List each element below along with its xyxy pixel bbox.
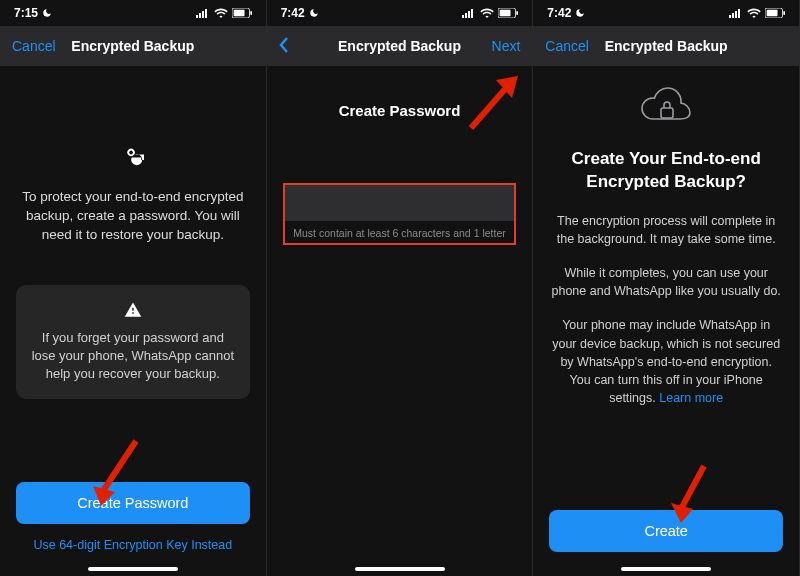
moon-icon xyxy=(575,8,585,18)
key-icon xyxy=(16,146,250,168)
clock-time: 7:42 xyxy=(547,6,571,20)
intro-text: To protect your end-to-end encrypted bac… xyxy=(16,188,250,245)
svg-rect-0 xyxy=(196,15,198,18)
svg-rect-2 xyxy=(202,11,204,18)
svg-rect-19 xyxy=(767,10,778,17)
svg-rect-1 xyxy=(199,13,201,18)
home-indicator[interactable] xyxy=(355,567,445,571)
para-2: While it completes, you can use your pho… xyxy=(549,264,783,300)
screen-1: 7:15 Cancel Encrypted Backup To protect … xyxy=(0,0,267,576)
moon-icon xyxy=(42,8,52,18)
page-heading: Create Password xyxy=(283,102,517,119)
svg-rect-20 xyxy=(783,11,785,15)
svg-rect-17 xyxy=(738,9,740,18)
svg-rect-21 xyxy=(661,108,673,118)
nav-bar: Encrypted Backup Next xyxy=(267,26,533,66)
svg-rect-8 xyxy=(465,13,467,18)
svg-rect-9 xyxy=(468,11,470,18)
battery-icon xyxy=(232,8,252,18)
svg-rect-6 xyxy=(250,11,252,15)
svg-rect-5 xyxy=(233,10,244,17)
home-indicator[interactable] xyxy=(621,567,711,571)
learn-more-link[interactable]: Learn more xyxy=(659,391,723,405)
warning-icon xyxy=(30,301,236,319)
cloud-lock-icon xyxy=(549,86,783,128)
nav-bar: Cancel Encrypted Backup xyxy=(0,26,266,66)
cancel-button[interactable]: Cancel xyxy=(545,38,589,54)
svg-rect-7 xyxy=(462,15,464,18)
para-3: Your phone may include WhatsApp in your … xyxy=(549,316,783,407)
svg-rect-13 xyxy=(517,11,519,15)
clock-time: 7:42 xyxy=(281,6,305,20)
screen-3: 7:42 Cancel Encrypted Backup Create Your… xyxy=(533,0,800,576)
back-button[interactable] xyxy=(279,37,323,56)
para-1: The encryption process will complete in … xyxy=(549,212,783,248)
wifi-icon xyxy=(747,8,761,18)
signal-icon xyxy=(196,8,210,18)
moon-icon xyxy=(309,8,319,18)
svg-rect-12 xyxy=(500,10,511,17)
signal-icon xyxy=(462,8,476,18)
wifi-icon xyxy=(480,8,494,18)
clock-time: 7:15 xyxy=(14,6,38,20)
battery-icon xyxy=(498,8,518,18)
status-bar: 7:42 xyxy=(267,0,533,26)
screen-2: 7:42 Encrypted Backup Next Create Passwo… xyxy=(267,0,534,576)
svg-rect-3 xyxy=(205,9,207,18)
svg-rect-10 xyxy=(471,9,473,18)
page-heading: Create Your End-to-end Encrypted Backup? xyxy=(549,148,783,194)
warning-box: If you forget your password and lose you… xyxy=(16,285,250,400)
svg-rect-14 xyxy=(729,15,731,18)
create-password-button[interactable]: Create Password xyxy=(16,482,250,524)
password-field-highlight: Must contain at least 6 characters and 1… xyxy=(283,183,517,245)
cancel-button[interactable]: Cancel xyxy=(12,38,56,54)
wifi-icon xyxy=(214,8,228,18)
helper-text: Must contain at least 6 characters and 1… xyxy=(285,221,515,243)
home-indicator[interactable] xyxy=(88,567,178,571)
nav-bar: Cancel Encrypted Backup xyxy=(533,26,799,66)
nav-title: Encrypted Backup xyxy=(605,38,728,54)
warning-text: If you forget your password and lose you… xyxy=(30,329,236,384)
password-input[interactable] xyxy=(285,185,515,221)
create-button[interactable]: Create xyxy=(549,510,783,552)
nav-title: Encrypted Backup xyxy=(71,38,194,54)
nav-title: Encrypted Backup xyxy=(338,38,461,54)
next-button[interactable]: Next xyxy=(476,38,520,54)
status-bar: 7:42 xyxy=(533,0,799,26)
chevron-left-icon xyxy=(279,37,289,56)
svg-rect-16 xyxy=(735,11,737,18)
status-bar: 7:15 xyxy=(0,0,266,26)
battery-icon xyxy=(765,8,785,18)
signal-icon xyxy=(729,8,743,18)
svg-rect-15 xyxy=(732,13,734,18)
use-key-link[interactable]: Use 64-digit Encryption Key Instead xyxy=(16,538,250,552)
